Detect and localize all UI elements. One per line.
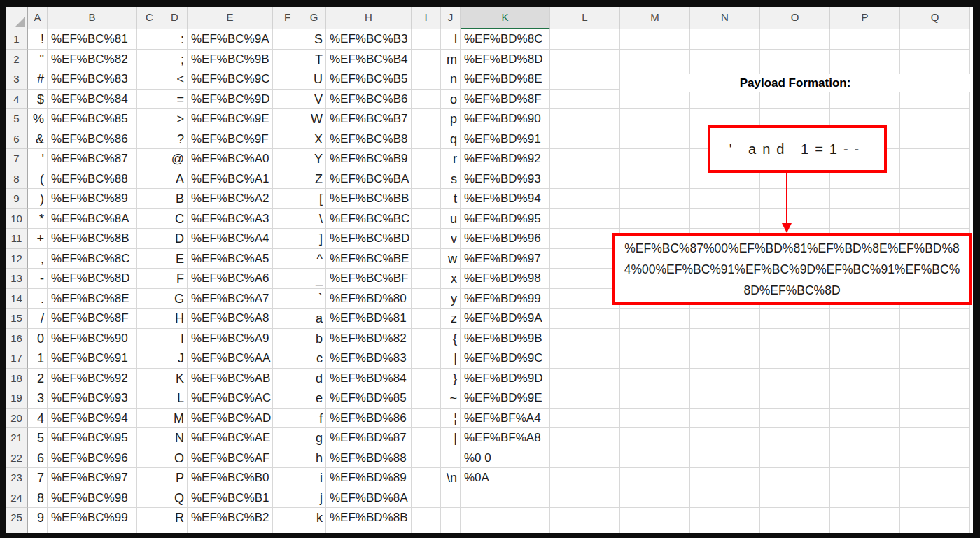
row-header-9[interactable]: 9 xyxy=(6,189,28,209)
cell-L2[interactable] xyxy=(550,50,620,70)
cell-B11[interactable]: %EF%BC%8B xyxy=(48,229,137,249)
cell-A3[interactable]: # xyxy=(28,69,48,90)
cell-L25[interactable] xyxy=(550,508,620,528)
cell-I19[interactable] xyxy=(412,388,441,409)
cell-L16[interactable] xyxy=(550,329,620,349)
cell-C20[interactable] xyxy=(137,409,162,429)
column-header-I[interactable]: I xyxy=(412,7,441,29)
cell-F3[interactable] xyxy=(273,69,302,90)
cell-Q18[interactable] xyxy=(900,369,970,389)
cell-B4[interactable]: %EF%BC%84 xyxy=(48,90,137,110)
cell-I9[interactable] xyxy=(412,189,441,209)
cell-C25[interactable] xyxy=(137,508,162,528)
cell-Q7[interactable] xyxy=(900,149,970,169)
cell-E9[interactable]: %EF%BC%A2 xyxy=(188,189,273,209)
cell-F6[interactable] xyxy=(273,129,302,150)
cell-C1[interactable] xyxy=(137,29,162,50)
cell-I22[interactable] xyxy=(412,448,441,469)
cell-B19[interactable]: %EF%BC%93 xyxy=(48,388,137,409)
cell-I24[interactable] xyxy=(412,488,441,509)
cell-D7[interactable]: @ xyxy=(162,149,188,169)
cell-P23[interactable] xyxy=(830,468,900,488)
cell-G23[interactable]: i xyxy=(302,468,326,488)
cell-H25[interactable]: %EF%BD%8B xyxy=(326,508,412,528)
cell-B16[interactable]: %EF%BC%90 xyxy=(48,329,137,349)
cell-O25[interactable] xyxy=(760,508,830,528)
cell-H24[interactable]: %EF%BD%8A xyxy=(326,488,412,509)
cell-D6[interactable]: ? xyxy=(162,129,188,150)
cell-J25[interactable] xyxy=(441,508,461,528)
cell-A13[interactable]: - xyxy=(28,269,48,289)
cell-K17[interactable]: %EF%BD%9C xyxy=(461,348,550,369)
cell-J5[interactable]: p xyxy=(441,109,461,129)
cell-G7[interactable]: Y xyxy=(302,149,326,169)
cell-K23[interactable]: %0A xyxy=(461,468,550,488)
cell-P21[interactable] xyxy=(830,428,900,448)
cell-H20[interactable]: %EF%BD%86 xyxy=(326,409,412,429)
cell-H11[interactable]: %EF%BC%BD xyxy=(326,229,412,249)
cell-B17[interactable]: %EF%BC%91 xyxy=(48,348,137,369)
cell-K18[interactable]: %EF%BD%9D xyxy=(461,369,550,389)
cell-G13[interactable]: _ xyxy=(302,269,326,289)
cell-Q23[interactable] xyxy=(900,468,970,488)
cell-M8[interactable] xyxy=(620,169,690,190)
row-header-12[interactable]: 12 xyxy=(6,249,28,269)
cell-K12[interactable]: %EF%BD%97 xyxy=(461,249,550,269)
cell-Q25[interactable] xyxy=(900,508,970,528)
cell-F10[interactable] xyxy=(273,209,302,229)
row-header-20[interactable]: 20 xyxy=(6,409,28,429)
cell-L6[interactable] xyxy=(550,129,620,150)
cell-N2[interactable] xyxy=(690,50,760,70)
cell-H4[interactable]: %EF%BC%B6 xyxy=(326,90,412,110)
cell-B5[interactable]: %EF%BC%85 xyxy=(48,109,137,129)
cell-G9[interactable]: [ xyxy=(302,189,326,209)
cell-H10[interactable]: %EF%BC%BC xyxy=(326,209,412,229)
cell-M22[interactable] xyxy=(620,448,690,469)
cell-D1[interactable]: : xyxy=(162,29,188,50)
cell-D15[interactable]: H xyxy=(162,309,188,329)
cell-L12[interactable] xyxy=(550,249,620,269)
cell-J14[interactable]: y xyxy=(441,289,461,309)
column-header-G[interactable]: G xyxy=(302,7,326,29)
cell-Q9[interactable] xyxy=(900,189,970,209)
cell-M6[interactable] xyxy=(620,129,690,150)
cell-Q16[interactable] xyxy=(900,329,970,349)
cell-K1[interactable]: %EF%BD%8C xyxy=(461,29,550,50)
cell-M1[interactable] xyxy=(620,29,690,50)
column-header-D[interactable]: D xyxy=(162,7,188,29)
cell-I26[interactable] xyxy=(412,528,441,534)
cell-A17[interactable]: 1 xyxy=(28,348,48,369)
cell-N18[interactable] xyxy=(690,369,760,389)
cell-A20[interactable]: 4 xyxy=(28,409,48,429)
cell-F4[interactable] xyxy=(273,90,302,110)
cell-J19[interactable]: ~ xyxy=(441,388,461,409)
cell-C5[interactable] xyxy=(137,109,162,129)
row-header-17[interactable]: 17 xyxy=(6,348,28,369)
cell-D21[interactable]: N xyxy=(162,428,188,448)
cell-G26[interactable] xyxy=(302,528,326,534)
cell-G10[interactable]: \ xyxy=(302,209,326,229)
cell-D19[interactable]: L xyxy=(162,388,188,409)
cell-M20[interactable] xyxy=(620,409,690,429)
cell-I15[interactable] xyxy=(412,309,441,329)
cell-C4[interactable] xyxy=(137,90,162,110)
column-header-M[interactable]: M xyxy=(620,7,690,29)
cell-G25[interactable]: k xyxy=(302,508,326,528)
cell-H18[interactable]: %EF%BD%84 xyxy=(326,369,412,389)
cell-B6[interactable]: %EF%BC%86 xyxy=(48,129,137,150)
cell-I1[interactable] xyxy=(412,29,441,50)
cell-O24[interactable] xyxy=(760,488,830,509)
cell-L4[interactable] xyxy=(550,90,620,110)
cell-F18[interactable] xyxy=(273,369,302,389)
cell-F24[interactable] xyxy=(273,488,302,509)
cell-O21[interactable] xyxy=(760,428,830,448)
row-header-18[interactable]: 18 xyxy=(6,369,28,389)
cell-H22[interactable]: %EF%BD%88 xyxy=(326,448,412,469)
cell-M21[interactable] xyxy=(620,428,690,448)
cell-D20[interactable]: M xyxy=(162,409,188,429)
cell-C2[interactable] xyxy=(137,50,162,70)
cell-L26[interactable] xyxy=(550,528,620,534)
cell-L24[interactable] xyxy=(550,488,620,509)
cell-H13[interactable]: %EF%BC%BF xyxy=(326,269,412,289)
cell-J26[interactable] xyxy=(441,528,461,534)
